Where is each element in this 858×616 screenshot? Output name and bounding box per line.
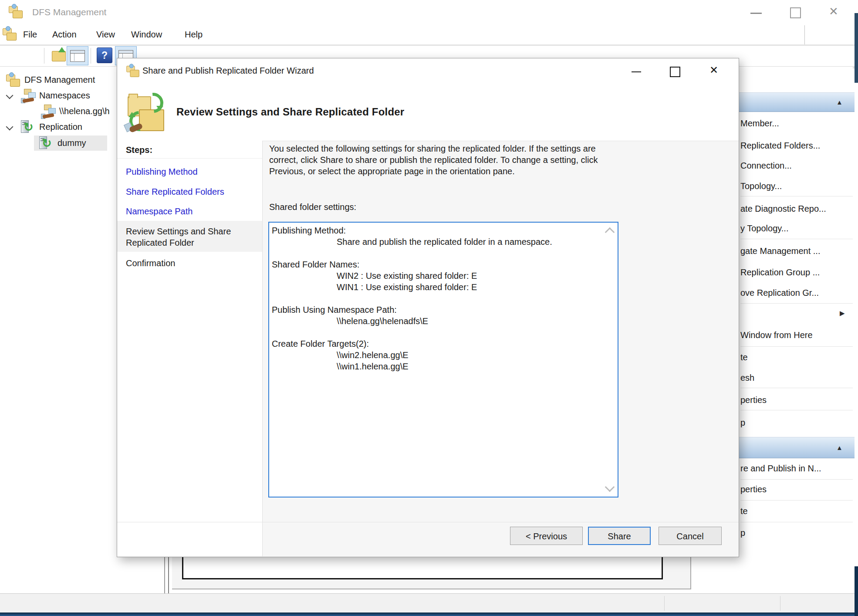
actions-item-refresh[interactable]: esh — [740, 369, 853, 387]
setting-value: Share and publish the replicated folder … — [269, 236, 618, 247]
cancel-button[interactable]: Cancel — [659, 527, 722, 545]
folder-up-icon — [52, 51, 66, 61]
wizard-dialog: Share and Publish Replicated Folder Wiza… — [117, 58, 739, 557]
taskbar-edge — [0, 613, 858, 616]
dfs-app-icon — [8, 4, 24, 20]
actions-item-rename-replication-group[interactable]: Replication Group ... — [740, 263, 853, 281]
wizard-heading: Review Settings and Share Replicated Fol… — [176, 106, 404, 118]
dfs-root-icon — [5, 72, 21, 88]
actions-section-header[interactable]: ▲ — [720, 92, 855, 112]
actions-item-view-submenu[interactable]: ▶ — [740, 304, 853, 322]
step-review-settings[interactable]: Review Settings and Share Replicated Fol… — [126, 226, 252, 248]
wizard-title: Share and Publish Replicated Folder Wiza… — [142, 64, 314, 77]
wizard-header: Review Settings and Share Replicated Fol… — [117, 83, 739, 141]
setting-heading: Create Folder Targets(2): — [269, 338, 618, 349]
setting-value: WIN2 : Use existing shared folder: E — [269, 270, 618, 281]
actions-item-verify-topology[interactable]: y Topology... — [740, 219, 853, 237]
wizard-description: You selected the following settings for … — [269, 143, 618, 177]
help-button[interactable]: ? — [97, 47, 111, 62]
step-confirmation: Confirmation — [126, 257, 175, 269]
submenu-arrow-icon: ▶ — [840, 309, 845, 317]
actions-item-properties-2[interactable]: perties — [740, 480, 853, 498]
actions-item-properties[interactable]: perties — [740, 391, 853, 409]
background-dialog-box — [182, 554, 663, 579]
actions-item-help[interactable]: p — [740, 413, 853, 432]
namespaces-icon — [21, 88, 37, 104]
tree-label: Replication — [39, 119, 82, 135]
menu-help[interactable]: Help — [185, 27, 203, 42]
tree-label: \\helena.gg\h — [59, 104, 110, 119]
maximize-button[interactable] — [784, 3, 805, 21]
namespace-icon — [41, 104, 57, 120]
step-share-replicated-folders[interactable]: Share Replicated Folders — [126, 186, 224, 197]
help-icon: ? — [97, 47, 112, 63]
share-button[interactable]: Share — [588, 527, 651, 545]
menu-window[interactable]: Window — [131, 27, 162, 42]
setting-heading: Publishing Method: — [269, 225, 618, 236]
actions-item-new-connection[interactable]: Connection... — [740, 156, 853, 175]
actions-item-help-2[interactable]: p — [740, 524, 853, 542]
step-namespace-path[interactable]: Namespace Path — [126, 206, 193, 217]
main-window-title: DFS Management — [32, 5, 106, 19]
actions-item-delegate-management[interactable]: gate Management ... — [740, 242, 853, 260]
settings-box[interactable]: Publishing Method: Share and publish the… — [268, 222, 618, 498]
background-dialog — [172, 556, 691, 589]
dfs-menubar-icon — [2, 26, 17, 42]
close-button[interactable]: ✕ — [823, 3, 844, 20]
setting-value: \\win1.helena.gg\E — [269, 361, 618, 372]
wizard-close-button[interactable]: ✕ — [704, 61, 723, 79]
tree-label: dummy — [57, 135, 86, 151]
actions-item-new-member[interactable]: Member... — [740, 114, 853, 132]
actions-item-new-replicated-folders[interactable]: Replicated Folders... — [740, 136, 853, 155]
replication-icon: ↻ — [20, 120, 36, 135]
actions-item-create-diagnostic-report[interactable]: ate Diagnostic Repo... — [740, 200, 853, 218]
settings-box-label: Shared folder settings: — [269, 202, 356, 212]
steps-label: Steps: — [126, 144, 152, 156]
menu-file[interactable]: File — [23, 27, 37, 42]
actions-item-new-window-from-here[interactable]: Window from Here — [740, 326, 853, 344]
actions-item-delete-2[interactable]: te — [740, 502, 853, 520]
actions-item-remove-replication-group[interactable]: ove Replication Gr... — [740, 284, 853, 302]
minimize-button[interactable] — [746, 3, 767, 21]
right-edge-window-bottom — [855, 566, 858, 616]
tree-label: DFS Management — [24, 72, 95, 88]
menu-bar: File Action View Window Help ✕ — [0, 24, 858, 45]
setting-heading: Shared Folder Names: — [269, 259, 618, 270]
wizard-maximize-button[interactable] — [665, 62, 684, 80]
replication-group-icon: ↻ — [38, 136, 54, 151]
setting-value: WIN1 : Use existing shared folder: E — [269, 281, 618, 293]
wizard-steps-pane: Steps: Publishing Method Share Replicate… — [117, 141, 263, 556]
wizard-title-icon — [125, 64, 140, 78]
chevron-down-icon[interactable] — [6, 92, 14, 99]
actions-item-new-topology[interactable]: Topology... — [740, 177, 853, 195]
wizard-content: You selected the following settings for … — [263, 141, 739, 556]
status-bar — [0, 593, 858, 613]
actions-item-delete[interactable]: te — [740, 348, 853, 366]
desktop: DFS Management ✕ File Action View Window… — [0, 0, 858, 616]
main-title-bar: DFS Management ✕ — [0, 0, 858, 24]
wizard-header-icon — [126, 93, 166, 133]
wizard-title-bar: Share and Publish Replicated Folder Wiza… — [117, 58, 739, 83]
chevron-down-icon[interactable] — [6, 123, 14, 131]
wizard-minimize-button[interactable] — [627, 62, 646, 80]
collapse-icon[interactable]: ▲ — [836, 444, 843, 451]
right-edge-window — [855, 13, 858, 83]
selected-item-section-header[interactable]: ▲ — [720, 437, 855, 458]
setting-value: \\win2.helena.gg\E — [269, 349, 618, 361]
actions-item-share-and-publish[interactable]: re and Publish in N... — [740, 459, 853, 477]
menu-view[interactable]: View — [96, 27, 115, 42]
setting-value: \\helena.gg\helenadfs\E — [269, 315, 618, 327]
show-console-tree-button[interactable] — [67, 46, 88, 65]
scroll-down-icon[interactable] — [605, 482, 615, 492]
setting-heading: Publish Using Namespace Path: — [269, 304, 618, 315]
collapse-icon[interactable]: ▲ — [836, 98, 843, 106]
console-tree-icon — [70, 50, 85, 62]
tree-label: Namespaces — [39, 88, 90, 103]
step-publishing-method[interactable]: Publishing Method — [126, 166, 198, 177]
menu-action[interactable]: Action — [52, 27, 77, 42]
previous-button[interactable]: < Previous — [510, 527, 583, 545]
